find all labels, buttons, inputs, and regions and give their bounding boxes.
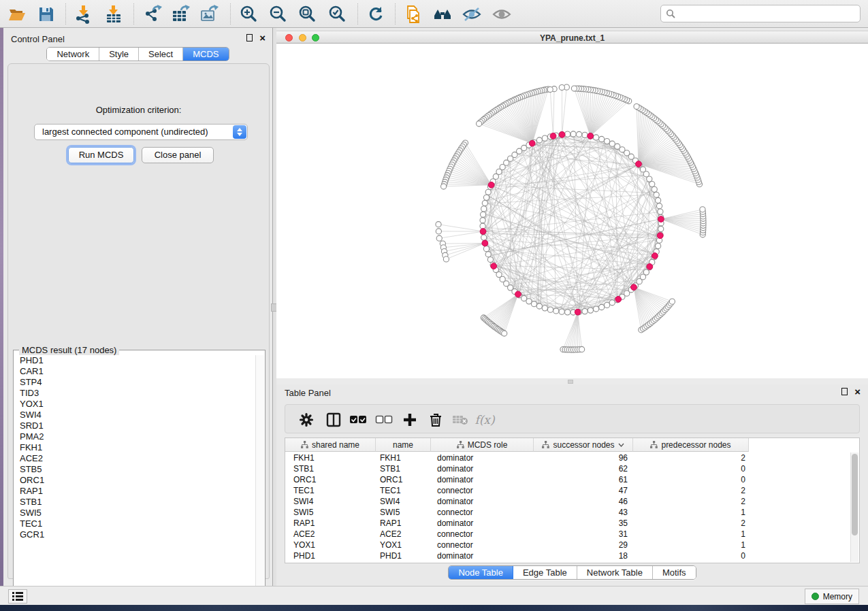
- table-cell[interactable]: PHD1: [376, 550, 431, 561]
- tab-network-table[interactable]: Network Table: [577, 566, 653, 579]
- table-cell[interactable]: connector: [431, 507, 534, 518]
- table-cell[interactable]: YOX1: [285, 540, 376, 550]
- export-image-icon[interactable]: [199, 4, 219, 24]
- optimization-select[interactable]: largest connected component (undirected): [34, 124, 248, 140]
- table-cell[interactable]: SWI5: [285, 507, 376, 518]
- network-canvas[interactable]: [276, 44, 868, 378]
- mcds-list-scrollbar[interactable]: [255, 355, 264, 601]
- table-cell[interactable]: STB1: [376, 463, 431, 474]
- mcds-result-item[interactable]: STP4: [14, 377, 256, 388]
- table-cell[interactable]: 0: [633, 474, 749, 485]
- table-row[interactable]: STB1STB1dominator620: [285, 463, 850, 474]
- column-header-predecessor-nodes[interactable]: predecessor nodes: [633, 438, 749, 452]
- select-all-icon[interactable]: [348, 410, 368, 430]
- mcds-result-item[interactable]: ACE2: [14, 453, 256, 464]
- table-cell[interactable]: YOX1: [376, 540, 431, 550]
- table-cell[interactable]: 2: [633, 485, 749, 496]
- mcds-result-item[interactable]: FKH1: [14, 442, 256, 453]
- network-window-titlebar[interactable]: YPA_prune.txt_1: [276, 31, 868, 44]
- import-table-icon[interactable]: [103, 4, 124, 24]
- table-cell[interactable]: 61: [534, 474, 633, 485]
- network-graph[interactable]: [276, 44, 868, 378]
- table-cell[interactable]: SWI4: [376, 496, 431, 507]
- function-builder-icon-disabled[interactable]: f(x): [475, 410, 495, 430]
- mcds-result-item[interactable]: SRD1: [14, 420, 256, 431]
- run-mcds-button[interactable]: Run MCDS: [68, 147, 134, 163]
- delete-table-icon-disabled[interactable]: [450, 410, 470, 430]
- splitter-handle[interactable]: [568, 380, 573, 384]
- close-panel-button[interactable]: Close panel: [142, 147, 214, 163]
- memory-button[interactable]: Memory: [805, 589, 859, 604]
- table-cell[interactable]: 2: [633, 518, 749, 529]
- tab-motifs[interactable]: Motifs: [653, 566, 696, 579]
- mcds-result-item[interactable]: TID3: [14, 388, 256, 399]
- tab-node-table[interactable]: Node Table: [449, 566, 513, 579]
- table-cell[interactable]: 0: [633, 463, 749, 474]
- tab-mcds[interactable]: MCDS: [183, 48, 228, 61]
- table-cell[interactable]: 46: [534, 496, 633, 507]
- table-cell[interactable]: connector: [431, 529, 534, 540]
- zoom-selected-icon[interactable]: [327, 4, 347, 24]
- tab-edge-table[interactable]: Edge Table: [513, 566, 577, 579]
- mcds-result-item[interactable]: RAP1: [14, 486, 256, 497]
- table-cell[interactable]: 35: [534, 518, 633, 529]
- table-cell[interactable]: 2: [633, 452, 749, 463]
- table-cell[interactable]: ACE2: [285, 529, 376, 540]
- table-cell[interactable]: dominator: [431, 496, 534, 507]
- table-cell[interactable]: ORC1: [376, 474, 431, 485]
- table-cell[interactable]: connector: [431, 540, 534, 550]
- table-row[interactable]: YOX1YOX1connector291: [285, 540, 850, 550]
- table-cell[interactable]: TEC1: [376, 485, 431, 496]
- table-cell[interactable]: FKH1: [376, 452, 431, 463]
- table-cell[interactable]: dominator: [431, 518, 534, 529]
- table-cell[interactable]: dominator: [431, 474, 534, 485]
- column-header-name[interactable]: name: [376, 438, 431, 452]
- table-cell[interactable]: dominator: [431, 550, 534, 561]
- table-cell[interactable]: PHD1: [285, 550, 376, 561]
- tab-network[interactable]: Network: [47, 48, 99, 61]
- table-cell[interactable]: ORC1: [285, 474, 376, 485]
- mcds-result-item[interactable]: ORC1: [14, 475, 256, 486]
- search-input[interactable]: [679, 7, 860, 20]
- column-header-MCDS-role[interactable]: MCDS role: [431, 438, 534, 452]
- table-cell[interactable]: 31: [534, 529, 633, 540]
- tab-style[interactable]: Style: [99, 48, 139, 61]
- table-cell[interactable]: 0: [633, 550, 749, 561]
- table-cell[interactable]: STB1: [285, 463, 376, 474]
- column-header-successor-nodes[interactable]: successor nodes: [534, 438, 633, 452]
- mcds-result-item[interactable]: CAR1: [14, 366, 256, 377]
- float-window-icon[interactable]: [841, 388, 848, 395]
- find-binoculars-icon[interactable]: [432, 4, 453, 24]
- import-network-icon[interactable]: [74, 4, 94, 24]
- horizontal-splitter[interactable]: [276, 378, 868, 384]
- mcds-result-item[interactable]: SWI5: [14, 508, 256, 518]
- close-panel-icon[interactable]: ×: [854, 388, 861, 395]
- table-cell[interactable]: TEC1: [285, 485, 376, 496]
- refresh-view-icon[interactable]: [366, 4, 386, 24]
- zoom-fit-icon[interactable]: [297, 4, 317, 24]
- settings-gear-icon[interactable]: [296, 410, 317, 430]
- table-cell[interactable]: 2: [633, 496, 749, 507]
- table-cell[interactable]: RAP1: [285, 518, 376, 529]
- search-field[interactable]: [660, 5, 861, 22]
- table-cell[interactable]: dominator: [431, 452, 534, 463]
- table-row[interactable]: ACE2ACE2connector311: [285, 529, 850, 540]
- table-cell[interactable]: 29: [534, 540, 633, 550]
- show-all-eye-icon[interactable]: [492, 4, 512, 24]
- mcds-result-item[interactable]: TEC1: [14, 518, 256, 529]
- table-row[interactable]: SWI4SWI4dominator462: [285, 496, 850, 507]
- zoom-in-icon[interactable]: [238, 4, 259, 24]
- table-cell[interactable]: 1: [633, 529, 749, 540]
- table-cell[interactable]: 18: [534, 550, 633, 561]
- save-session-icon[interactable]: [36, 4, 57, 24]
- mcds-result-list[interactable]: PHD1CAR1STP4TID3YOX1SWI4SRD1PMA2FKH1ACE2…: [14, 355, 256, 601]
- open-file-icon[interactable]: [7, 4, 27, 24]
- table-cell[interactable]: RAP1: [376, 518, 431, 529]
- hide-selected-eye-slash-icon[interactable]: [462, 4, 482, 24]
- tab-select[interactable]: Select: [139, 48, 183, 61]
- table-cell[interactable]: connector: [431, 485, 534, 496]
- mcds-result-item[interactable]: PHD1: [14, 355, 256, 366]
- mcds-result-item[interactable]: SWI4: [14, 410, 256, 420]
- table-row[interactable]: ORC1ORC1dominator610: [285, 474, 850, 485]
- scrollbar-thumb[interactable]: [852, 454, 858, 535]
